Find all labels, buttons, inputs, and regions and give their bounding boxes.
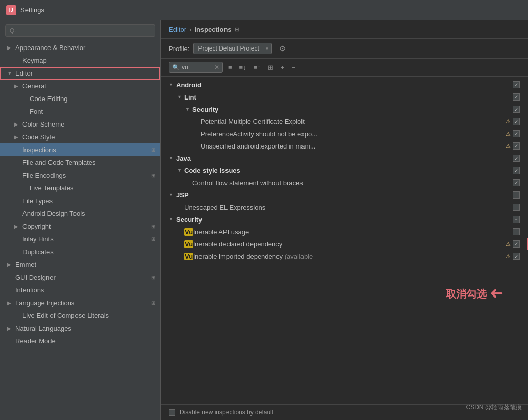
sidebar-item-reader-mode[interactable]: Reader Mode [0,335,160,348]
tree-row-unspecified-android: Unspecified android:exported in mani...⚠… [161,140,528,152]
sidebar-item-file-types[interactable]: File Types [0,194,160,207]
expand-all-button[interactable]: ≡↓ [237,63,248,72]
sidebar-item-android-design-tools[interactable]: Android Design Tools [0,207,160,220]
sidebar-label-general: General [22,82,155,90]
sidebar-label-live-templates: Live Templates [30,184,155,192]
tree-label-preference-activity: PreferenceActivity should not be expo... [200,130,506,138]
inspections-search-input[interactable] [182,64,212,71]
titlebar: IJ Settings [0,0,528,20]
sidebar-item-keymap[interactable]: Keymap [0,54,160,67]
window-title: Settings [20,6,44,14]
profile-gear-button[interactable]: ⚙ [276,43,289,54]
sidebar-label-copyright: Copyright [22,223,149,230]
sidebar-label-android-design-tools: Android Design Tools [22,210,155,217]
breadcrumb-parent[interactable]: Editor [169,26,186,33]
app-icon: IJ [6,5,16,15]
tree-checkbox-java[interactable]: ✓ [513,155,520,162]
sidebar-badge-copyright: ⊞ [151,224,155,229]
tree-row-android: ▼Android✓ [161,79,528,91]
sidebar-badge-file-encodings: ⊞ [151,172,155,178]
sidebar-label-code-style: Code Style [22,133,155,141]
sidebar-label-appearance: Appearance & Behavior [15,44,155,52]
warn-icon-unspecified-android: ⚠ [506,143,511,150]
sidebar-label-reader-mode: Reader Mode [15,337,155,345]
disable-inspections-label: Disable new inspections by default [180,409,273,416]
tree-checkbox-potential-cert[interactable]: ✓ [513,118,520,125]
tree-checkbox-security-group[interactable]: − [513,216,520,223]
tree-checkbox-jsp[interactable] [513,191,520,199]
tree-row-vulnerable-declared: Vulnerable declared dependency⚠✓ [161,238,528,250]
tree-row-java: ▼Java✓ [161,152,528,164]
sidebar-label-editor: Editor [15,69,155,77]
vu-highlight: Vu [184,228,193,236]
tree-checkbox-vulnerable-declared[interactable]: ✓ [513,240,520,248]
sidebar-item-emmet[interactable]: ▶Emmet [0,258,160,271]
sidebar: ▶Appearance & BehaviorKeymap▼Editor▶Gene… [0,20,161,420]
sidebar-arrow-appearance: ▶ [7,45,13,51]
sidebar-item-file-encodings[interactable]: File Encodings⊞ [0,169,160,182]
group-button[interactable]: ⊞ [266,63,275,72]
tree-row-vulnerable-api: Vulnerable API usage [161,226,528,238]
tree-checkbox-security[interactable]: ✓ [513,106,520,113]
sidebar-item-code-editing[interactable]: Code Editing [0,92,160,105]
sidebar-label-keymap: Keymap [22,57,155,64]
add-button[interactable]: + [279,63,287,72]
tree-checkbox-preference-activity[interactable]: ✓ [513,130,520,137]
sidebar-item-inspections[interactable]: Inspections⊞ [0,143,160,156]
tree-checkbox-vulnerable-api[interactable] [513,228,520,235]
disable-inspections-checkbox[interactable] [169,409,175,416]
sidebar-item-gui-designer[interactable]: GUI Designer⊞ [0,271,160,284]
tree-row-potential-cert: Potential Multiple Certificate Exploit⚠✓ [161,115,528,128]
sidebar-label-font: Font [30,108,155,115]
sidebar-item-live-templates[interactable]: Live Templates [0,182,160,194]
sidebar-item-code-style[interactable]: ▶Code Style [0,131,160,143]
sidebar-item-inlay-hints[interactable]: Inlay Hints⊞ [0,233,160,245]
tree-checkbox-unescaped-el[interactable] [513,204,520,211]
tree-label-android: Android [176,81,513,89]
breadcrumb-current: Inspections [194,26,231,33]
tree-label-java: Java [176,155,513,162]
sidebar-search-input[interactable] [5,24,155,37]
sidebar-label-inlay-hints: Inlay Hints [22,235,149,243]
inspections-toolbar: 🔍 ✕ ≡ ≡↓ ≡↑ ⊞ + − [161,59,528,77]
tree-checkbox-android[interactable]: ✓ [513,81,520,88]
tree-checkbox-code-style-issues[interactable]: ✓ [513,167,520,174]
sidebar-item-file-code-templates[interactable]: File and Code Templates [0,156,160,169]
remove-button[interactable]: − [289,63,297,72]
sidebar-item-font[interactable]: Font [0,105,160,118]
tree-checkbox-lint[interactable]: ✓ [513,93,520,101]
sidebar-item-duplicates[interactable]: Duplicates [0,245,160,258]
sidebar-label-live-edit: Live Edit of Compose Literals [22,312,155,319]
profile-select[interactable]: Project Default Project [193,43,272,54]
search-clear-button[interactable]: ✕ [214,64,219,71]
sidebar-item-appearance[interactable]: ▶Appearance & Behavior [0,41,160,54]
tree-suffix-vulnerable-imported: (available [285,253,313,260]
collapse-all-button[interactable]: ≡↑ [252,63,263,72]
sidebar-badge-inspections: ⊞ [151,147,155,153]
sidebar-item-copyright[interactable]: ▶Copyright⊞ [0,220,160,233]
sidebar-item-color-scheme[interactable]: ▶Color Scheme [0,118,160,131]
profile-row: Profile: Project Default Project ⚙ [161,39,528,59]
sidebar-arrow-general: ▶ [14,83,20,89]
tree-checkbox-vulnerable-imported[interactable]: ✓ [513,253,520,260]
tree-checkbox-control-flow[interactable]: ✓ [513,179,520,186]
tree-row-security-group: ▼Security− [161,213,528,226]
sidebar-label-emmet: Emmet [15,261,155,268]
profile-label: Profile: [169,45,189,53]
sidebar-item-language-injections[interactable]: ▶Language Injections⊞ [0,297,160,309]
tree-arrow-android: ▼ [169,82,176,87]
sidebar-item-general[interactable]: ▶General [0,80,160,92]
sidebar-arrow-copyright: ▶ [14,224,20,230]
sidebar-item-intentions[interactable]: Intentions [0,284,160,297]
sidebar-item-live-edit[interactable]: Live Edit of Compose Literals [0,309,160,322]
sidebar-item-editor[interactable]: ▼Editor [0,67,160,80]
tree-arrow-security-group: ▼ [169,217,176,222]
filter-button[interactable]: ≡ [226,63,234,72]
tree-checkbox-unspecified-android[interactable]: ✓ [513,142,520,150]
sidebar-arrow-code-style: ▶ [14,134,20,140]
sidebar-label-inspections: Inspections [22,146,149,154]
sidebar-badge-inlay-hints: ⊞ [151,236,155,242]
profile-select-wrap: Project Default Project [193,43,272,54]
tree-row-security: ▼Security✓ [161,103,528,115]
sidebar-item-natural-languages[interactable]: ▶Natural Languages [0,322,160,335]
